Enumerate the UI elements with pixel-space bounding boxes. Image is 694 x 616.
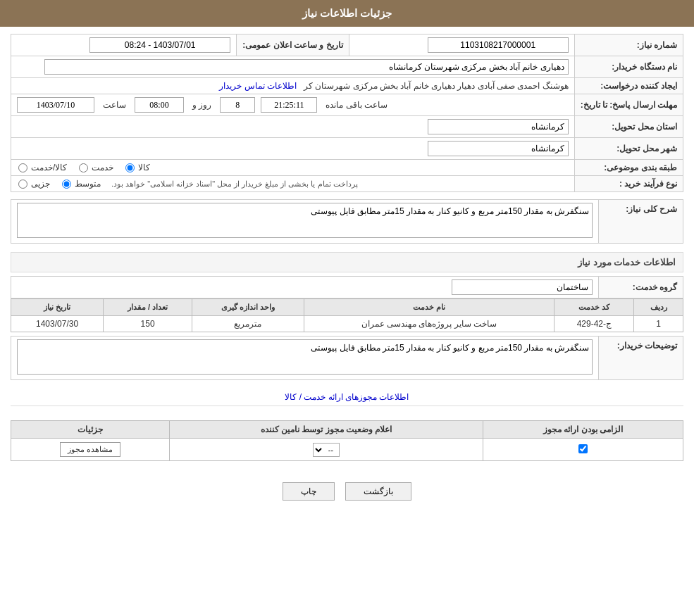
buyer-notes-table: توضیحات خریدار: سنگفرش به مقدار 150متر م… — [11, 336, 683, 380]
group-table: گروه خدمت: — [11, 276, 683, 298]
khadamat-section: اطلاعات خدمات مورد نیاز گروه خدمت: ردیف … — [11, 252, 683, 380]
col-tarikh: تاریخ نیاز — [11, 299, 104, 316]
contact-info-link[interactable]: اطلاعات تماس خریدار — [219, 81, 297, 91]
namdastgah-label: نام دستگاه خریدار: — [574, 56, 683, 78]
group-row: گروه خدمت: — [11, 277, 683, 298]
info-row-6: شهر محل تحویل: — [11, 138, 683, 160]
mohlat-value: ساعت روز و ساعت باقی مانده — [11, 94, 575, 116]
radio-kala-khedmat-input[interactable] — [18, 163, 27, 172]
lic-col-elzami: الزامی بودن ارائه مجوز — [483, 421, 683, 439]
service-cell-tedad: 150 — [104, 316, 192, 332]
group-input[interactable] — [452, 279, 593, 295]
service-cell-tarikh: 1403/07/30 — [11, 316, 104, 332]
khadamat-title: اطلاعات خدمات مورد نیاز — [11, 252, 683, 272]
licenses-table: الزامی بودن ارائه مجوز اعلام وضعیت مجوز … — [11, 420, 683, 461]
buyer-notes-label: توضیحات خریدار: — [599, 337, 683, 380]
sharh-textarea[interactable]: سنگفرش به مقدار 150متر مربع و کانیو کنار… — [17, 203, 593, 238]
shahr-label: شهر محل تحویل: — [574, 138, 683, 160]
lic-view-button[interactable]: مشاهده مجوز — [60, 442, 120, 457]
info-row-4: مهلت ارسال پاسخ: تا تاریخ: ساعت روز و سا… — [11, 94, 683, 116]
radio-jozee[interactable]: جزیی — [17, 179, 50, 189]
ostan-value — [11, 116, 575, 138]
jozee-label: جزیی — [31, 179, 50, 189]
licenses-header-row: الزامی بودن ارائه مجوز اعلام وضعیت مجوز … — [11, 421, 683, 439]
mohlat-time-label: ساعت — [103, 100, 126, 110]
mohlat-time-input[interactable] — [135, 97, 184, 113]
kala-label: کالا — [138, 163, 150, 172]
bottom-buttons: بازگشت چاپ — [11, 472, 683, 515]
print-button[interactable]: چاپ — [283, 482, 335, 501]
radio-mottavaset[interactable]: متوسط — [61, 179, 101, 189]
sharh-niaz-table: شرح کلی نیاز: سنگفرش به مقدار 150متر مرب… — [11, 199, 683, 244]
kala-khedmat-label: کالا/خدمت — [31, 163, 67, 172]
lic-elzami-cell — [483, 439, 683, 461]
col-radif: ردیف — [634, 299, 683, 316]
service-cell-name: ساخت سایر پروژه‌های مهندسی عمران — [304, 316, 554, 332]
col-name: نام خدمت — [304, 299, 554, 316]
mohlat-days-input[interactable] — [220, 97, 255, 113]
mottavaset-label: متوسط — [75, 179, 101, 189]
radio-kala-khedmat[interactable]: کالا/خدمت — [17, 163, 67, 172]
shahr-input[interactable] — [428, 141, 569, 156]
service-row: 1ج-42-429ساخت سایر پروژه‌های مهندسی عمرا… — [11, 316, 683, 332]
license-row: -- مشاهده مجوز — [11, 439, 683, 461]
shahr-value — [11, 138, 575, 160]
lic-status-select[interactable]: -- — [313, 443, 340, 457]
ostan-input[interactable] — [428, 119, 569, 134]
service-cell-radif: 1 — [634, 316, 683, 332]
ijkonande-value: هوشنگ احمدی صفی آبادی دهیار دهیاری خانم … — [11, 78, 575, 94]
mohlat-label: مهلت ارسال پاسخ: تا تاریخ: — [574, 94, 683, 116]
page-header: جزئیات اطلاعات نیاز — [0, 0, 694, 27]
shomara-value — [349, 34, 574, 56]
noe-label: نوع فرآیند خرید : — [574, 176, 683, 192]
buyer-notes-value: سنگفرش به مقدار 150متر مربع و کانیو کنار… — [11, 337, 599, 380]
mohlat-remain-label: ساعت باقی مانده — [326, 100, 388, 110]
col-kod: کد خدمت — [554, 299, 634, 316]
sharh-value: سنگفرش به مقدار 150متر مربع و کانیو کنار… — [11, 200, 599, 244]
back-button[interactable]: بازگشت — [345, 482, 411, 501]
lic-col-joziat: جزئیات — [11, 421, 170, 439]
tarikh-value — [11, 34, 237, 56]
lic-status-cell: -- — [170, 439, 483, 461]
col-vahed: واحد اندازه گیری — [192, 299, 304, 316]
radio-jozee-input[interactable] — [18, 180, 27, 189]
info-row-3: ایجاد کننده درخواست: هوشنگ احمدی صفی آبا… — [11, 78, 683, 94]
main-info-table: شماره نیاز: تاریخ و ساعت اعلان عمومی: نا… — [11, 34, 683, 192]
buyer-notes-textarea[interactable]: سنگفرش به مقدار 150متر مربع و کانیو کنار… — [17, 339, 593, 375]
radio-kala[interactable]: کالا — [124, 163, 150, 172]
ostan-label: استان محل تحویل: — [574, 116, 683, 138]
service-cell-vahed: مترمربع — [192, 316, 304, 332]
shomara-input[interactable] — [428, 37, 569, 53]
services-table: ردیف کد خدمت نام خدمت واحد اندازه گیری ت… — [11, 298, 683, 332]
mohlat-remain-input[interactable] — [261, 97, 317, 113]
mojozat-title-link[interactable]: اطلاعات مجوزهای ارائه خدمت / کالا — [11, 389, 683, 406]
licenses-thead: الزامی بودن ارائه مجوز اعلام وضعیت مجوز … — [11, 421, 683, 439]
tabaqe-label: طبقه بندی موضوعی: — [574, 160, 683, 176]
info-row-8: نوع فرآیند خرید : جزیی متوسط پرداخت تمام… — [11, 176, 683, 192]
tarikh-input[interactable] — [89, 37, 230, 53]
ijkonande-text: هوشنگ احمدی صفی آبادی دهیار دهیاری خانم … — [304, 81, 569, 91]
lic-elzami-checkbox[interactable] — [578, 444, 588, 453]
ijkonande-label: ایجاد کننده درخواست: — [574, 78, 683, 94]
namdastgah-input[interactable] — [44, 59, 569, 75]
sharh-row: شرح کلی نیاز: سنگفرش به مقدار 150متر مرب… — [11, 200, 683, 244]
buyer-notes-row: توضیحات خریدار: سنگفرش به مقدار 150متر م… — [11, 337, 683, 380]
mojozat-section: اطلاعات مجوزهای ارائه خدمت / کالا الزامی… — [11, 389, 683, 461]
page-title: جزئیات اطلاعات نیاز — [302, 7, 392, 19]
radio-khedmat[interactable]: خدمت — [78, 163, 113, 172]
info-row-5: استان محل تحویل: — [11, 116, 683, 138]
services-tbody: 1ج-42-429ساخت سایر پروژه‌های مهندسی عمرا… — [11, 316, 683, 332]
namdastgah-value — [11, 56, 575, 78]
shomara-label: شماره نیاز: — [574, 34, 683, 56]
noe-value: جزیی متوسط پرداخت تمام یا بخشی از مبلغ خ… — [11, 176, 575, 192]
info-row-7: طبقه بندی موضوعی: کالا/خدمت خدمت کالا — [11, 160, 683, 176]
sharh-label: شرح کلی نیاز: — [599, 200, 683, 244]
sharh-niaz-section: شرح کلی نیاز: سنگفرش به مقدار 150متر مرب… — [11, 199, 683, 244]
services-header-row: ردیف کد خدمت نام خدمت واحد اندازه گیری ت… — [11, 299, 683, 316]
radio-khedmat-input[interactable] — [79, 163, 88, 172]
radio-mottavaset-input[interactable] — [62, 180, 71, 189]
mohlat-date-input[interactable] — [17, 97, 94, 113]
noe-text: پرداخت تمام یا بخشی از مبلغ خریدار از مح… — [111, 180, 358, 189]
radio-kala-input[interactable] — [125, 163, 135, 172]
group-label: گروه خدمت: — [599, 277, 683, 298]
